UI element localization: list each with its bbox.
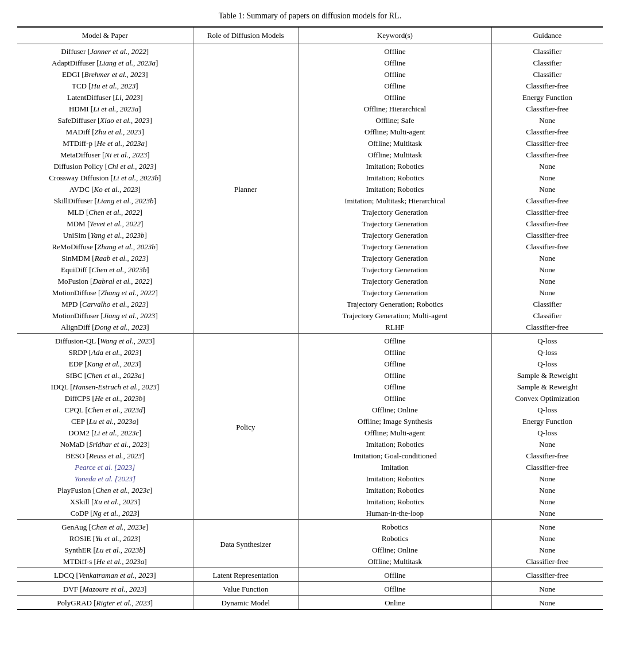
cell-guidance: Q-loss: [491, 334, 603, 347]
table-row: PolyGRAD [Rigter et al., 2023]Dynamic Mo…: [17, 596, 603, 610]
cell-guidance: Classifier-free: [491, 462, 603, 473]
table-row: MTDiff-s [He et al., 2023a]Offline; Mult…: [17, 556, 603, 568]
cell-model: AlignDiff [Dong et al., 2023]: [17, 322, 193, 334]
cell-keywords: Trajectory Generation: [299, 218, 492, 230]
cell-model: SinMDM [Raab et al., 2023]: [17, 253, 193, 264]
cell-keywords: Imitation; Robotics: [299, 485, 492, 496]
cell-model: HDMI [Li et al., 2023a]: [17, 103, 193, 115]
table-row: HDMI [Li et al., 2023a]Offline; Hierarch…: [17, 103, 603, 115]
cell-guidance: Classifier-free: [491, 149, 603, 161]
table-row: EquiDiff [Chen et al., 2023b]Trajectory …: [17, 264, 603, 276]
cell-guidance: Classifier-free: [491, 80, 603, 92]
cell-guidance: None: [491, 276, 603, 287]
cell-guidance: Classifier-free: [491, 138, 603, 149]
table-row: XSkill [Xu et al., 2023]Imitation; Robot…: [17, 496, 603, 508]
cell-model: Diffusion-QL [Wang et al., 2023]: [17, 334, 193, 347]
cell-model: AVDC [Ko et al., 2023]: [17, 184, 193, 195]
cell-guidance: Classifier-free: [491, 218, 603, 230]
cell-model: AdaptDiffuser [Liang et al., 2023a]: [17, 57, 193, 69]
cell-model: IDQL [Hansen-Estruch et al., 2023]: [17, 381, 193, 393]
cell-guidance: Classifier: [491, 44, 603, 58]
cell-keywords: Offline; Multi-agent: [299, 126, 492, 138]
table-row: LatentDiffuser [Li, 2023]OfflineEnergy F…: [17, 92, 603, 103]
cell-model: EDGI [Brehmer et al., 2023]: [17, 69, 193, 80]
cell-model: SfBC [Chen et al., 2023a]: [17, 370, 193, 381]
table-row: MLD [Chen et al., 2022]Trajectory Genera…: [17, 207, 603, 218]
table-row: UniSim [Yang et al., 2023b]Trajectory Ge…: [17, 230, 603, 241]
cell-model: MADiff [Zhu et al., 2023]: [17, 126, 193, 138]
cell-keywords: Trajectory Generation: [299, 264, 492, 276]
cell-guidance: None: [491, 264, 603, 276]
cell-model: CoDP [Ng et al., 2023]: [17, 508, 193, 520]
cell-model: LatentDiffuser [Li, 2023]: [17, 92, 193, 103]
cell-keywords: Robotics: [299, 533, 492, 544]
cell-guidance: None: [491, 485, 603, 496]
cell-keywords: RLHF: [299, 322, 492, 334]
table-row: CPQL [Chen et al., 2023d]Offline; Online…: [17, 404, 603, 416]
cell-guidance: Classifier: [491, 299, 603, 310]
cell-keywords: Imitation; Robotics: [299, 184, 492, 195]
table-row: MotionDiffuse [Zhang et al., 2022]Trajec…: [17, 287, 603, 299]
cell-guidance: Classifier-free: [491, 103, 603, 115]
cell-model: MotionDiffuse [Zhang et al., 2022]: [17, 287, 193, 299]
cell-guidance: Q-loss: [491, 404, 603, 416]
table-row: MADiff [Zhu et al., 2023]Offline; Multi-…: [17, 126, 603, 138]
table-row: ReMoDiffuse [Zhang et al., 2023b]Traject…: [17, 241, 603, 253]
cell-model: PolyGRAD [Rigter et al., 2023]: [17, 596, 193, 610]
cell-guidance: Convex Optimization: [491, 393, 603, 404]
table-row: EDGI [Brehmer et al., 2023]OfflineClassi…: [17, 69, 603, 80]
header-guidance: Guidance: [491, 27, 603, 44]
cell-model: MoFusion [Dabral et al., 2022]: [17, 276, 193, 287]
cell-guidance: Classifier-free: [491, 230, 603, 241]
cell-keywords: Offline: [299, 347, 492, 358]
cell-model: EDP [Kang et al., 2023]: [17, 358, 193, 370]
cell-keywords: Offline; Multitask: [299, 149, 492, 161]
cell-guidance: Classifier-free: [491, 450, 603, 462]
cell-model: DOM2 [Li et al., 2023c]: [17, 427, 193, 439]
cell-model: TCD [Hu et al., 2023]: [17, 80, 193, 92]
cell-guidance: Classifier-free: [491, 568, 603, 582]
cell-guidance: Q-loss: [491, 427, 603, 439]
table-row: MTDiff-p [He et al., 2023a]Offline; Mult…: [17, 138, 603, 149]
cell-keywords: Offline; Hierarchical: [299, 103, 492, 115]
cell-model: Diffusion Policy [Chi et al., 2023]: [17, 161, 193, 172]
table-row: SinMDM [Raab et al., 2023]Trajectory Gen…: [17, 253, 603, 264]
cell-keywords: Trajectory Generation: [299, 287, 492, 299]
header-role: Role of Diffusion Models: [193, 27, 299, 44]
table-row: Diffusion Policy [Chi et al., 2023]Imita…: [17, 161, 603, 172]
cell-model: CPQL [Chen et al., 2023d]: [17, 404, 193, 416]
cell-model: DVF [Mazoure et al., 2023]: [17, 582, 193, 596]
header-model: Model & Paper: [17, 27, 193, 44]
cell-model: SafeDiffuser [Xiao et al., 2023]: [17, 115, 193, 126]
table-row: AlignDiff [Dong et al., 2023]RLHFClassif…: [17, 322, 603, 334]
cell-guidance: Sample & Reweight: [491, 381, 603, 393]
cell-model: ROSIE [Yu et al., 2023]: [17, 533, 193, 544]
cell-keywords: Offline: [299, 92, 492, 103]
cell-guidance: None: [491, 439, 603, 450]
cell-keywords: Imitation; Robotics: [299, 473, 492, 485]
cell-keywords: Imitation; Robotics: [299, 172, 492, 184]
table-row: MPD [Carvalho et al., 2023]Trajectory Ge…: [17, 299, 603, 310]
cell-guidance: Energy Function: [491, 416, 603, 427]
cell-keywords: Human-in-the-loop: [299, 508, 492, 520]
cell-guidance: Classifier: [491, 57, 603, 69]
cell-role: Policy: [193, 334, 299, 520]
table-row: IDQL [Hansen-Estruch et al., 2023]Offlin…: [17, 381, 603, 393]
cell-keywords: Offline; Online: [299, 404, 492, 416]
cell-keywords: Offline; Safe: [299, 115, 492, 126]
cell-keywords: Online: [299, 596, 492, 610]
cell-role: Value Function: [193, 582, 299, 596]
cell-model: MDM [Tevet et al., 2022]: [17, 218, 193, 230]
table-row: Diffusion-QL [Wang et al., 2023]PolicyOf…: [17, 334, 603, 347]
cell-role: Latent Representation: [193, 568, 299, 582]
table-row: MetaDiffuser [Ni et al., 2023]Offline; M…: [17, 149, 603, 161]
cell-keywords: Trajectory Generation: [299, 230, 492, 241]
cell-model: NoMaD [Sridhar et al., 2023]: [17, 439, 193, 450]
table-row: BESO [Reuss et al., 2023]Imitation; Goal…: [17, 450, 603, 462]
cell-guidance: Energy Function: [491, 92, 603, 103]
cell-model: SkillDiffuser [Liang et al., 2023b]: [17, 195, 193, 207]
cell-guidance: None: [491, 253, 603, 264]
table-row: Yoneda et al. [2023]Imitation; RoboticsN…: [17, 473, 603, 485]
table-row: TCD [Hu et al., 2023]OfflineClassifier-f…: [17, 80, 603, 92]
table-row: MoFusion [Dabral et al., 2022]Trajectory…: [17, 276, 603, 287]
